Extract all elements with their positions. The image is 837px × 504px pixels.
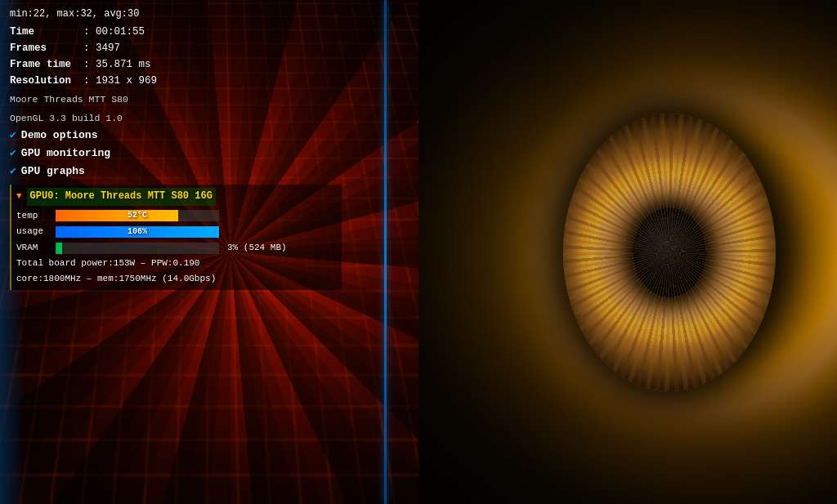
vram-bar-fill: [56, 243, 62, 254]
eye-outer-shadow: [418, 0, 837, 504]
gpu-vram-row: VRAM 3% (524 MB): [16, 241, 337, 256]
time-row: Time : 00:01:55: [10, 24, 342, 40]
vram-label: VRAM: [16, 241, 51, 256]
gpu-section: ▼ GPU0: Moore Threads MTT S80 16G temp 5…: [10, 185, 342, 289]
checkmark-icon: ✔: [10, 145, 16, 163]
temp-bar: 52°C: [56, 210, 219, 221]
gpu-driver-line1: Moore Threads MTT S80: [10, 92, 342, 107]
gpu-driver-line2: OpenGL 3.3 build 1.0: [10, 111, 342, 126]
vram-value: 3% (524 MB): [227, 241, 287, 256]
time-label: Time: [10, 24, 83, 40]
frames-label: Frames: [10, 40, 83, 56]
resolution-row: Resolution : 1931 x 969: [10, 73, 342, 89]
frames-value: : 3497: [83, 40, 120, 56]
usage-bar-label: 106%: [56, 226, 219, 238]
menu-item-gpu-monitoring[interactable]: ✔ GPU monitoring: [10, 145, 342, 163]
gpu-title: GPU0: Moore Threads MTT S80 16G: [27, 188, 216, 205]
hud-overlay: min:22, max:32, avg:30 Time : 00:01:55 F…: [0, 0, 351, 297]
fps-line: min:22, max:32, avg:30: [10, 7, 342, 22]
resolution-value: : 1931 x 969: [83, 73, 157, 89]
gpu-usage-row: usage 106%: [16, 225, 337, 239]
checkmark-icon: ✔: [10, 163, 16, 181]
panel-divider: [384, 0, 387, 504]
resolution-label: Resolution: [10, 73, 83, 89]
menu-item-gpu-graphs[interactable]: ✔ GPU graphs: [10, 163, 342, 181]
frames-row: Frames : 3497: [10, 40, 342, 56]
time-value: : 00:01:55: [83, 24, 145, 40]
gpu-arrow-icon: ▼: [16, 190, 22, 204]
usage-bar: 106%: [56, 226, 219, 238]
gpu-header: ▼ GPU0: Moore Threads MTT S80 16G: [16, 188, 337, 205]
gpu-graphs-label: GPU graphs: [21, 163, 85, 181]
temp-bar-label: 52°C: [56, 210, 219, 221]
gpu-clock-line: core:1800MHz – mem:1750MHz (14.0Gbps): [16, 272, 337, 287]
temp-label: temp: [16, 209, 51, 224]
demo-options-label: Demo options: [21, 127, 98, 145]
frametime-value: : 35.871 ms: [83, 56, 151, 73]
gpu-power-line: Total board power:153W – PPW:0.190: [16, 256, 337, 271]
usage-label: usage: [16, 225, 51, 239]
frametime-row: Frame time : 35.871 ms: [10, 56, 342, 73]
menu-item-demo-options[interactable]: ✔ Demo options: [10, 127, 342, 145]
gpu-temp-row: temp 52°C: [16, 209, 337, 224]
vram-bar: [56, 243, 219, 254]
eye-background: [418, 0, 837, 504]
gpu-monitoring-label: GPU monitoring: [21, 145, 110, 163]
frametime-label: Frame time: [10, 56, 83, 73]
checkmark-icon: ✔: [10, 127, 16, 145]
